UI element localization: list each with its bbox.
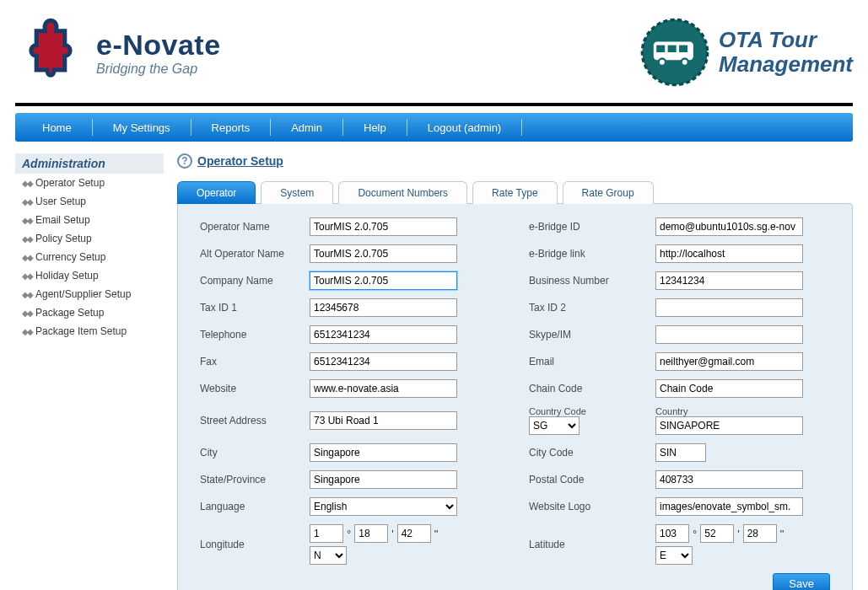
ebridge-id-label: e-Bridge ID — [529, 221, 647, 233]
nav-my-settings[interactable]: My Settings — [93, 121, 191, 134]
country-input[interactable] — [655, 416, 803, 435]
tab-document-numbers[interactable]: Document Numbers — [338, 181, 467, 204]
sidebar-title: Administration — [15, 153, 164, 174]
latitude-dir-select[interactable]: E — [655, 546, 693, 565]
longitude-min-input[interactable] — [354, 524, 388, 543]
latitude-sec-input[interactable] — [743, 524, 777, 543]
alt-operator-input[interactable] — [310, 244, 457, 263]
operator-name-input[interactable] — [310, 217, 457, 236]
chain-code-input[interactable] — [655, 379, 803, 398]
sidebar-item-email-setup[interactable]: ◆◆Email Setup — [15, 211, 164, 229]
fax-label: Fax — [200, 356, 301, 367]
chain-code-label: Chain Code — [529, 383, 647, 394]
tab-operator[interactable]: Operator — [177, 181, 256, 204]
state-label: State/Province — [200, 474, 301, 485]
sidebar-item-package-item-setup[interactable]: ◆◆Package Item Setup — [15, 322, 164, 341]
operator-name-label: Operator Name — [200, 221, 301, 233]
brand-tagline: Bridging the Gap — [96, 62, 221, 77]
bus-icon — [639, 17, 710, 88]
tax2-input[interactable] — [655, 298, 803, 317]
tabs: Operator System Document Numbers Rate Ty… — [177, 180, 853, 203]
svg-rect-2 — [656, 46, 665, 52]
business-number-input[interactable] — [655, 271, 803, 290]
email-input[interactable] — [655, 352, 803, 371]
postal-input[interactable] — [655, 470, 803, 489]
logo-left: e-Novate Bridging the Gap — [15, 17, 221, 88]
sidebar-item-package-setup[interactable]: ◆◆Package Setup — [15, 303, 164, 322]
street-label: Street Address — [200, 415, 301, 426]
puzzle-icon — [15, 17, 86, 88]
sidebar-item-holiday-setup[interactable]: ◆◆Holiday Setup — [15, 266, 164, 285]
country-code-select[interactable]: SG — [529, 416, 580, 435]
nav-home[interactable]: Home — [22, 121, 92, 134]
svg-rect-3 — [668, 46, 677, 52]
tax1-input[interactable] — [310, 298, 457, 317]
sidebar-item-agent-supplier-setup[interactable]: ◆◆Agent/Supplier Setup — [15, 285, 164, 303]
tax1-label: Tax ID 1 — [200, 302, 301, 314]
svg-point-6 — [682, 59, 688, 66]
ebridge-id-input[interactable] — [655, 217, 803, 236]
fax-input[interactable] — [310, 352, 457, 371]
skype-input[interactable] — [655, 325, 803, 344]
street-input[interactable] — [310, 411, 457, 430]
help-icon[interactable]: ? — [177, 153, 192, 169]
language-select[interactable]: English — [310, 497, 457, 516]
city-code-label: City Code — [529, 447, 647, 459]
business-number-label: Business Number — [529, 275, 647, 287]
city-input[interactable] — [310, 443, 457, 462]
state-input[interactable] — [310, 470, 457, 489]
app-title: OTA Tour Management — [719, 28, 853, 76]
nav-help[interactable]: Help — [343, 121, 407, 134]
tax2-label: Tax ID 2 — [529, 302, 647, 314]
longitude-deg-input[interactable] — [310, 524, 343, 543]
website-logo-input[interactable] — [655, 497, 803, 516]
save-button[interactable]: Save — [773, 573, 830, 590]
postal-label: Postal Code — [529, 474, 647, 485]
svg-point-5 — [659, 59, 666, 66]
sidebar: Administration ◆◆Operator Setup ◆◆User S… — [15, 153, 164, 590]
sidebar-item-policy-setup[interactable]: ◆◆Policy Setup — [15, 229, 164, 248]
website-logo-label: Website Logo — [529, 501, 647, 512]
alt-operator-label: Alt Operator Name — [200, 248, 301, 260]
navbar: Home My Settings Reports Admin Help Logo… — [15, 113, 853, 142]
brand-name: e-Novate — [96, 29, 221, 62]
company-name-label: Company Name — [200, 275, 301, 287]
latitude-label: Latitude — [529, 539, 647, 550]
nav-admin[interactable]: Admin — [271, 121, 342, 134]
city-code-input[interactable] — [655, 443, 706, 462]
tab-rate-type[interactable]: Rate Type — [472, 181, 557, 204]
page-title[interactable]: Operator Setup — [197, 154, 283, 168]
longitude-sec-input[interactable] — [397, 524, 431, 543]
sidebar-item-currency-setup[interactable]: ◆◆Currency Setup — [15, 248, 164, 266]
svg-rect-4 — [679, 46, 687, 52]
ebridge-link-input[interactable] — [655, 244, 803, 263]
latitude-deg-input[interactable] — [655, 524, 689, 543]
skype-label: Skype/IM — [529, 329, 647, 341]
website-label: Website — [200, 383, 301, 394]
city-label: City — [200, 447, 301, 459]
company-name-input[interactable] — [310, 271, 457, 290]
header-divider — [15, 103, 853, 106]
operator-panel: Operator Name e-Bridge ID Alt Operator N… — [177, 203, 853, 590]
latitude-min-input[interactable] — [700, 524, 734, 543]
sidebar-item-user-setup[interactable]: ◆◆User Setup — [15, 192, 164, 211]
ebridge-link-label: e-Bridge link — [529, 248, 647, 260]
main: ? Operator Setup Operator System Documen… — [177, 153, 853, 590]
sidebar-item-operator-setup[interactable]: ◆◆Operator Setup — [15, 174, 164, 192]
tab-system[interactable]: System — [261, 181, 333, 204]
nav-logout[interactable]: Logout (admin) — [407, 121, 521, 134]
language-label: Language — [200, 501, 301, 512]
longitude-label: Longitude — [200, 539, 301, 550]
email-label: Email — [529, 356, 647, 367]
country-code-label: Country Code — [529, 406, 647, 416]
telephone-input[interactable] — [310, 325, 457, 344]
country-label: Country — [655, 406, 824, 416]
website-input[interactable] — [310, 379, 457, 398]
header: e-Novate Bridging the Gap OTA Tour Manag… — [15, 8, 853, 103]
logo-right: OTA Tour Management — [639, 17, 853, 88]
telephone-label: Telephone — [200, 329, 301, 341]
longitude-dir-select[interactable]: N — [310, 546, 347, 565]
tab-rate-group[interactable]: Rate Group — [563, 181, 654, 204]
nav-reports[interactable]: Reports — [191, 121, 271, 134]
